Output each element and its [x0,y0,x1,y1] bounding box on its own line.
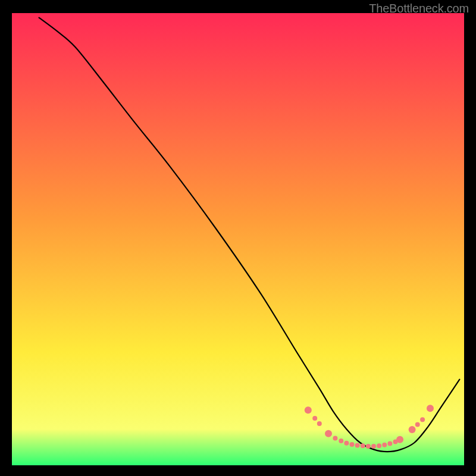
highlight-dot [344,441,349,446]
highlight-dot [355,443,360,448]
highlight-dot [420,417,425,422]
chart-svg [12,13,464,465]
highlight-dot [333,436,337,440]
highlight-dot [339,439,343,443]
highlight-dot [366,444,371,449]
highlight-dot [317,421,322,426]
highlight-dot [396,436,403,443]
highlight-dot [361,443,365,448]
highlight-dot [305,406,312,414]
highlight-dot [371,444,376,449]
highlight-dot [409,426,416,433]
highlight-dot [377,443,381,448]
highlight-dot [350,442,355,447]
highlight-dot [415,422,420,427]
highlight-dot [312,416,317,421]
watermark-text: TheBottleneck.com [369,2,469,15]
gradient-background [12,13,464,465]
highlight-dot [387,441,392,446]
plot-frame [12,13,464,465]
highlight-dot [325,430,332,437]
highlight-dot [382,443,387,447]
highlight-dot [427,405,434,412]
